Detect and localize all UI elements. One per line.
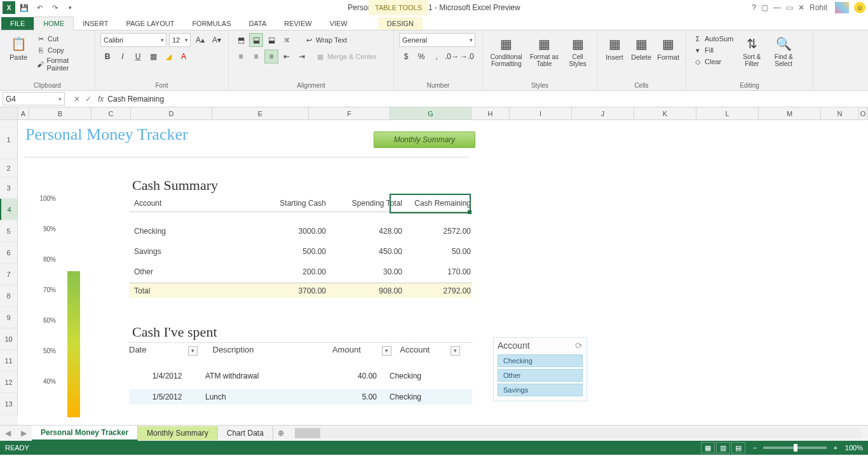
new-sheet-button[interactable]: ⊕	[273, 429, 288, 438]
align-right-icon[interactable]: ≡	[264, 50, 278, 64]
ribbon-display-icon[interactable]: ▢	[761, 3, 768, 12]
col-D[interactable]: D	[131, 107, 212, 119]
sheet-nav-prev-icon[interactable]: ◀	[0, 429, 16, 438]
select-all-button[interactable]	[0, 107, 18, 119]
scrollbar-thumb[interactable]	[295, 428, 320, 438]
zoom-out-button[interactable]: −	[753, 444, 757, 452]
tab-view[interactable]: VIEW	[321, 17, 356, 30]
decrease-indent-icon[interactable]: ⇤	[280, 50, 294, 64]
page-layout-view-icon[interactable]: ▥	[716, 442, 730, 453]
row-13[interactable]: 13	[0, 393, 18, 415]
enter-formula-icon[interactable]: ✓	[85, 95, 92, 104]
zoom-in-button[interactable]: +	[833, 444, 837, 452]
sort-filter-button[interactable]: ⇅Sort & Filter	[737, 33, 766, 69]
slicer-item[interactable]: Savings	[498, 384, 583, 396]
format-cells-button[interactable]: ▦Format	[656, 33, 681, 62]
sheet-tab[interactable]: Personal Money Tracker	[32, 426, 138, 441]
increase-font-icon[interactable]: A▴	[193, 33, 207, 47]
minimize-icon[interactable]: —	[773, 3, 781, 12]
align-bottom-icon[interactable]: ⬓	[264, 33, 278, 47]
save-icon[interactable]: 💾	[18, 1, 31, 14]
insert-cells-button[interactable]: ▦Insert	[602, 33, 627, 62]
sheet-tab[interactable]: Monthly Summary	[138, 426, 218, 440]
sheet-canvas[interactable]: Personal Money Tracker Monthly Summary C…	[18, 120, 868, 425]
tab-design[interactable]: DESIGN	[378, 17, 423, 30]
qat-dropdown-icon[interactable]: ▾	[64, 1, 76, 14]
col-L[interactable]: L	[696, 107, 759, 119]
currency-icon[interactable]: $	[399, 50, 413, 64]
user-avatar[interactable]	[835, 2, 849, 13]
percent-icon[interactable]: %	[414, 50, 428, 64]
worksheet-grid[interactable]: 1 2 3 4 5 6 7 8 9 10 11 12 13 Personal M…	[0, 120, 868, 425]
filter-dropdown-icon[interactable]: ▾	[382, 346, 391, 356]
col-N[interactable]: N	[821, 107, 859, 119]
wrap-text-button[interactable]: ↩Wrap Text	[302, 33, 348, 47]
border-button[interactable]: ▦	[146, 50, 160, 64]
underline-button[interactable]: U	[131, 50, 145, 64]
col-B[interactable]: B	[29, 107, 92, 119]
decrease-decimal-icon[interactable]: →.0	[460, 50, 474, 64]
row-4[interactable]: 4	[0, 199, 18, 220]
row-12[interactable]: 12	[0, 372, 18, 393]
fx-icon[interactable]: fx	[98, 95, 104, 104]
row-3[interactable]: 3	[0, 177, 18, 199]
col-I[interactable]: I	[510, 107, 572, 119]
align-middle-icon[interactable]: ⬓	[249, 33, 263, 47]
bold-button[interactable]: B	[100, 50, 114, 64]
row-9[interactable]: 9	[0, 307, 18, 328]
row-5[interactable]: 5	[0, 220, 18, 242]
sheet-tab[interactable]: Chart Data	[218, 426, 273, 440]
font-color-button[interactable]: A	[177, 50, 191, 64]
zoom-slider-thumb[interactable]	[794, 444, 797, 452]
tab-page-layout[interactable]: PAGE LAYOUT	[117, 17, 183, 30]
sheet-nav-next-icon[interactable]: ▶	[16, 429, 32, 438]
col-C[interactable]: C	[92, 107, 131, 119]
increase-decimal-icon[interactable]: .0→	[445, 50, 459, 64]
tab-file[interactable]: FILE	[1, 17, 34, 30]
fill-button[interactable]: ▾Fill	[691, 44, 735, 56]
cancel-formula-icon[interactable]: ✕	[74, 95, 80, 104]
comma-icon[interactable]: ,	[430, 50, 444, 64]
close-icon[interactable]: ✕	[798, 3, 804, 12]
tab-data[interactable]: DATA	[240, 17, 276, 30]
align-center-icon[interactable]: ≡	[249, 50, 263, 64]
italic-button[interactable]: I	[116, 50, 130, 64]
col-F[interactable]: F	[309, 107, 390, 119]
row-2[interactable]: 2	[0, 159, 18, 177]
orientation-icon[interactable]: ⤭	[280, 33, 294, 47]
fill-color-button[interactable]: ◢	[161, 50, 175, 64]
horizontal-scrollbar[interactable]	[295, 428, 862, 438]
col-E[interactable]: E	[212, 107, 309, 119]
row-8[interactable]: 8	[0, 285, 18, 307]
conditional-formatting-button[interactable]: ▦Conditional Formatting	[488, 33, 525, 69]
monthly-summary-button[interactable]: Monthly Summary	[374, 131, 475, 148]
tab-home[interactable]: HOME	[34, 17, 74, 30]
username[interactable]: Rohit	[810, 3, 827, 12]
filter-dropdown-icon[interactable]: ▾	[451, 346, 460, 356]
delete-cells-button[interactable]: ▦Delete	[629, 33, 653, 62]
row-10[interactable]: 10	[0, 328, 18, 350]
filter-dropdown-icon[interactable]: ▾	[188, 346, 198, 356]
paste-button[interactable]: 📋 Paste	[5, 33, 32, 62]
zoom-slider[interactable]	[763, 446, 827, 449]
cell-styles-button[interactable]: ▦Cell Styles	[564, 33, 592, 69]
row-7[interactable]: 7	[0, 264, 18, 285]
col-J[interactable]: J	[572, 107, 634, 119]
font-size-combo[interactable]: 12	[169, 33, 191, 47]
tab-insert[interactable]: INSERT	[74, 17, 117, 30]
col-G[interactable]: G	[390, 107, 471, 119]
page-break-view-icon[interactable]: ▤	[731, 442, 745, 453]
align-top-icon[interactable]: ⬒	[234, 33, 248, 47]
col-O[interactable]: O	[859, 107, 867, 119]
col-A[interactable]: A	[18, 107, 29, 119]
maximize-icon[interactable]: ▭	[786, 3, 793, 12]
col-H[interactable]: H	[471, 107, 510, 119]
zoom-level[interactable]: 100%	[845, 444, 863, 452]
name-box[interactable]: G4	[3, 92, 65, 105]
format-as-table-button[interactable]: ▦Format as Table	[527, 33, 562, 69]
help-icon[interactable]: ?	[752, 3, 756, 12]
font-name-combo[interactable]: Calibri	[100, 33, 166, 47]
tab-formulas[interactable]: FORMULAS	[183, 17, 240, 30]
merge-center-button[interactable]: ▦Merge & Center	[314, 50, 378, 64]
col-M[interactable]: M	[759, 107, 821, 119]
